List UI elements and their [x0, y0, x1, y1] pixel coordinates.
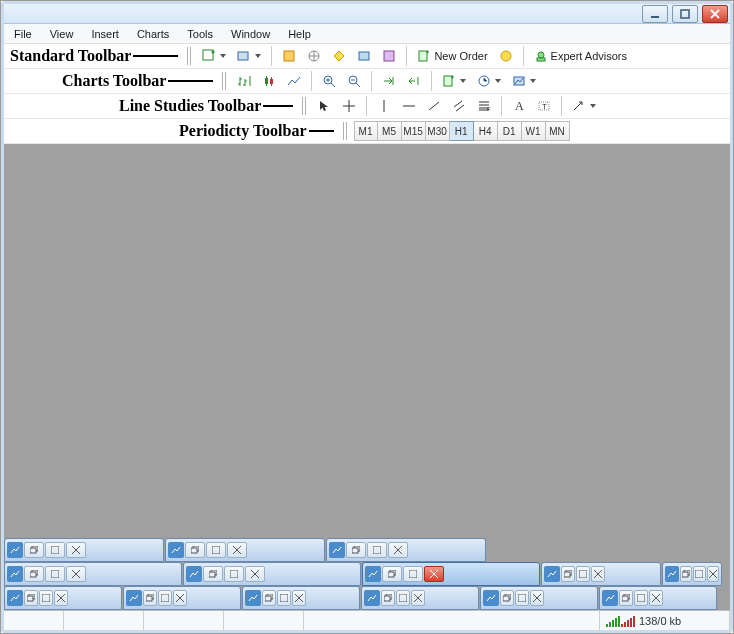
- navigator-button[interactable]: [328, 45, 350, 67]
- arrows-button[interactable]: [568, 95, 600, 117]
- period-m5[interactable]: M5: [378, 121, 402, 141]
- cursor-button[interactable]: [313, 95, 335, 117]
- chart-close-button[interactable]: [245, 566, 265, 582]
- maximize-button[interactable]: [672, 5, 698, 23]
- menu-window[interactable]: Window: [231, 28, 270, 40]
- chart-maximize-button[interactable]: [403, 566, 423, 582]
- text-button[interactable]: A: [508, 95, 530, 117]
- status-connection[interactable]: 138/0 kb: [600, 611, 730, 630]
- menu-view[interactable]: View: [50, 28, 74, 40]
- horizontal-line-button[interactable]: [398, 95, 420, 117]
- chart-maximize-button[interactable]: [396, 590, 410, 606]
- new-chart-button[interactable]: [198, 45, 230, 67]
- chart-restore-button[interactable]: [185, 542, 205, 558]
- period-m30[interactable]: M30: [426, 121, 450, 141]
- trendline-button[interactable]: [423, 95, 445, 117]
- chart-restore-button[interactable]: [346, 542, 366, 558]
- chart-maximize-button[interactable]: [45, 542, 65, 558]
- menu-file[interactable]: File: [14, 28, 32, 40]
- toolbar-grip[interactable]: [187, 47, 193, 65]
- period-mn[interactable]: MN: [546, 121, 570, 141]
- chart-maximize-button[interactable]: [367, 542, 387, 558]
- chart-window-titlebar[interactable]: [4, 538, 164, 562]
- expert-advisors-button[interactable]: Expert Advisors: [530, 45, 631, 67]
- market-watch-button[interactable]: [278, 45, 300, 67]
- minimize-button[interactable]: [642, 5, 668, 23]
- periods-button[interactable]: [473, 70, 505, 92]
- chart-close-button[interactable]: [388, 542, 408, 558]
- chart-maximize-button[interactable]: [693, 566, 705, 582]
- chart-maximize-button[interactable]: [576, 566, 590, 582]
- chart-restore-button[interactable]: [680, 566, 692, 582]
- chart-restore-button[interactable]: [24, 542, 44, 558]
- terminal-button[interactable]: [353, 45, 375, 67]
- chart-restore-button[interactable]: [24, 566, 44, 582]
- chart-close-button[interactable]: [591, 566, 605, 582]
- zoom-out-button[interactable]: [343, 70, 365, 92]
- profiles-button[interactable]: [233, 45, 265, 67]
- chart-close-button[interactable]: [649, 590, 663, 606]
- chart-window-titlebar[interactable]: [480, 586, 598, 610]
- chart-window-titlebar[interactable]: [242, 586, 360, 610]
- candlestick-button[interactable]: [258, 70, 280, 92]
- chart-maximize-button[interactable]: [206, 542, 226, 558]
- chart-window-titlebar[interactable]: [4, 562, 182, 586]
- chart-close-button[interactable]: [707, 566, 719, 582]
- equidistant-channel-button[interactable]: [448, 95, 470, 117]
- chart-window-titlebar[interactable]: [4, 586, 122, 610]
- toolbar-grip[interactable]: [343, 122, 349, 140]
- chart-restore-button[interactable]: [381, 590, 395, 606]
- chart-shift-button[interactable]: [403, 70, 425, 92]
- chart-close-button[interactable]: [292, 590, 306, 606]
- text-label-button[interactable]: T: [533, 95, 555, 117]
- chart-restore-button[interactable]: [619, 590, 633, 606]
- chart-close-button[interactable]: [173, 590, 187, 606]
- auto-scroll-button[interactable]: [378, 70, 400, 92]
- chart-maximize-button[interactable]: [277, 590, 291, 606]
- close-button[interactable]: [702, 5, 728, 23]
- chart-maximize-button[interactable]: [45, 566, 65, 582]
- chart-window-titlebar[interactable]: [541, 562, 661, 586]
- chart-restore-button[interactable]: [143, 590, 157, 606]
- new-order-button[interactable]: New Order: [413, 45, 491, 67]
- strategy-tester-button[interactable]: [378, 45, 400, 67]
- chart-restore-button[interactable]: [24, 590, 38, 606]
- period-h1[interactable]: H1: [450, 121, 474, 141]
- chart-restore-button[interactable]: [561, 566, 575, 582]
- bar-chart-button[interactable]: [233, 70, 255, 92]
- period-h4[interactable]: H4: [474, 121, 498, 141]
- templates-button[interactable]: [508, 70, 540, 92]
- chart-window-titlebar[interactable]: [123, 586, 241, 610]
- chart-close-button[interactable]: [66, 542, 86, 558]
- chart-window-titlebar[interactable]: [326, 538, 486, 562]
- period-d1[interactable]: D1: [498, 121, 522, 141]
- indicators-button[interactable]: [438, 70, 470, 92]
- period-m1[interactable]: M1: [354, 121, 378, 141]
- data-window-button[interactable]: [303, 45, 325, 67]
- toolbar-grip[interactable]: [222, 72, 228, 90]
- menu-help[interactable]: Help: [288, 28, 311, 40]
- meta-editor-button[interactable]: [495, 45, 517, 67]
- menu-insert[interactable]: Insert: [91, 28, 119, 40]
- chart-maximize-button[interactable]: [634, 590, 648, 606]
- chart-close-button[interactable]: [424, 566, 444, 582]
- zoom-in-button[interactable]: [318, 70, 340, 92]
- chart-window-titlebar[interactable]: [361, 586, 479, 610]
- chart-maximize-button[interactable]: [39, 590, 53, 606]
- toolbar-grip[interactable]: [302, 97, 308, 115]
- chart-window-titlebar[interactable]: [599, 586, 717, 610]
- chart-maximize-button[interactable]: [515, 590, 529, 606]
- chart-close-button[interactable]: [227, 542, 247, 558]
- chart-close-button[interactable]: [411, 590, 425, 606]
- period-m15[interactable]: M15: [402, 121, 426, 141]
- line-chart-button[interactable]: [283, 70, 305, 92]
- fibonacci-button[interactable]: F: [473, 95, 495, 117]
- crosshair-button[interactable]: [338, 95, 360, 117]
- chart-window-titlebar[interactable]: [662, 562, 722, 586]
- chart-restore-button[interactable]: [500, 590, 514, 606]
- chart-window-titlebar[interactable]: [183, 562, 361, 586]
- chart-close-button[interactable]: [66, 566, 86, 582]
- chart-window-titlebar[interactable]: [165, 538, 325, 562]
- chart-restore-button[interactable]: [382, 566, 402, 582]
- chart-restore-button[interactable]: [203, 566, 223, 582]
